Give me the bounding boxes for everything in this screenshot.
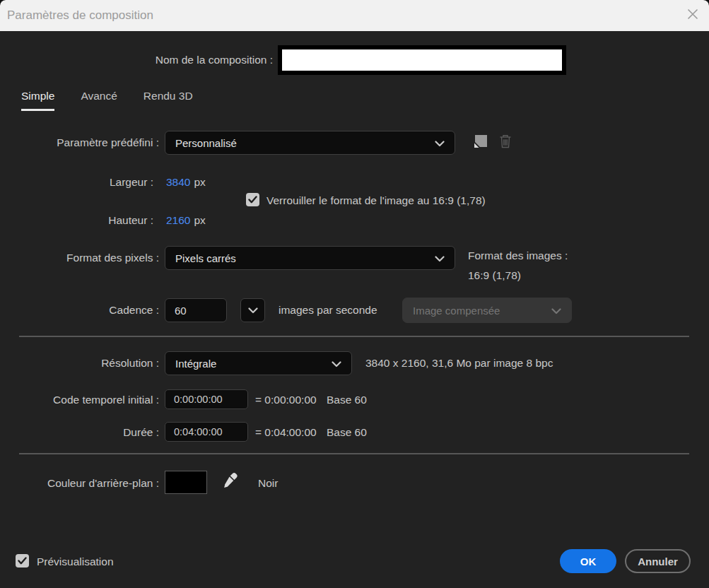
chevron-down-icon: [435, 137, 445, 149]
frame-aspect-label: Format des images :: [468, 249, 568, 262]
chevron-down-icon: [332, 358, 341, 370]
divider: [19, 336, 689, 337]
eyedropper-button[interactable]: [222, 473, 239, 490]
delete-preset-button[interactable]: [497, 134, 514, 151]
lock-aspect-label: Verrouiller le format de l'image au 16:9…: [266, 194, 486, 207]
preview-checkbox[interactable]: [16, 554, 29, 568]
duration-equals: = 0:04:00:00: [255, 426, 317, 438]
preset-dropdown[interactable]: Personnalisé: [165, 131, 455, 155]
preset-label: Paramètre prédéfini :: [0, 136, 159, 149]
duration-label: Durée :: [0, 426, 159, 439]
save-preset-icon: [473, 134, 488, 152]
composition-name-label: Nom de la composition :: [0, 54, 273, 66]
cancel-button[interactable]: Annuler: [625, 549, 691, 573]
trash-icon: [498, 134, 512, 152]
resolution-label: Résolution :: [0, 357, 159, 370]
preset-dropdown-value: Personnalisé: [175, 137, 237, 149]
titlebar: Paramètres de composition: [0, 0, 709, 31]
tab-avance[interactable]: Avancé: [81, 90, 117, 111]
dropframe-dropdown: Image compensée: [402, 298, 572, 323]
chevron-down-icon: [435, 252, 445, 264]
start-timecode-base: Base 60: [327, 394, 367, 406]
pixel-aspect-dropdown[interactable]: Pixels carrés: [165, 246, 455, 270]
chevron-down-icon: [248, 304, 258, 317]
close-button[interactable]: [685, 8, 701, 23]
bgcolor-name: Noir: [258, 477, 278, 490]
bgcolor-swatch[interactable]: [165, 471, 207, 494]
close-icon: [685, 6, 701, 25]
height-value[interactable]: 2160: [166, 214, 190, 226]
divider: [19, 453, 689, 454]
eyedropper-icon: [223, 471, 238, 491]
tab-rendu-3d[interactable]: Rendu 3D: [143, 90, 193, 111]
start-timecode-equals: = 0:00:00:00: [255, 394, 317, 406]
frame-aspect-value: 16:9 (1,78): [468, 269, 521, 282]
framerate-label: Cadence :: [0, 304, 159, 317]
dialog-title: Paramètres de composition: [7, 0, 153, 31]
duration-base: Base 60: [327, 426, 367, 438]
pixel-aspect-dropdown-value: Pixels carrés: [175, 252, 236, 264]
lock-aspect-checkbox[interactable]: [246, 193, 259, 206]
dropframe-dropdown-value: Image compensée: [413, 305, 500, 317]
framerate-dropdown-button[interactable]: [240, 298, 265, 322]
tab-bar: Simple Avancé Rendu 3D: [21, 90, 193, 111]
width-label: Largeur :: [0, 176, 153, 189]
resolution-dropdown[interactable]: Intégrale: [165, 351, 352, 375]
chevron-down-icon: [551, 305, 561, 317]
framerate-unit-label: images par seconde: [279, 304, 377, 317]
resolution-dropdown-value: Intégrale: [175, 358, 216, 370]
save-preset-button[interactable]: [472, 134, 489, 151]
width-unit: px: [194, 176, 205, 188]
composition-settings-dialog: Paramètres de composition Nom de la comp…: [0, 0, 709, 588]
bgcolor-label: Couleur d'arrière-plan :: [0, 477, 159, 490]
start-timecode-input[interactable]: [165, 389, 248, 409]
framerate-input[interactable]: [165, 298, 227, 322]
start-timecode-label: Code temporel initial :: [0, 394, 159, 406]
tab-simple[interactable]: Simple: [21, 90, 54, 111]
resolution-info: 3840 x 2160, 31,6 Mo par image 8 bpc: [365, 357, 553, 370]
pixel-aspect-label: Format des pixels :: [0, 252, 159, 264]
ok-button[interactable]: OK: [560, 549, 616, 573]
duration-input[interactable]: [165, 422, 248, 442]
height-label: Hauteur :: [0, 214, 153, 227]
preview-label: Prévisualisation: [37, 555, 114, 568]
composition-name-input[interactable]: [278, 45, 566, 75]
check-icon: [248, 194, 257, 206]
width-value[interactable]: 3840: [166, 176, 190, 188]
check-icon: [18, 555, 27, 568]
height-unit: px: [194, 214, 205, 226]
